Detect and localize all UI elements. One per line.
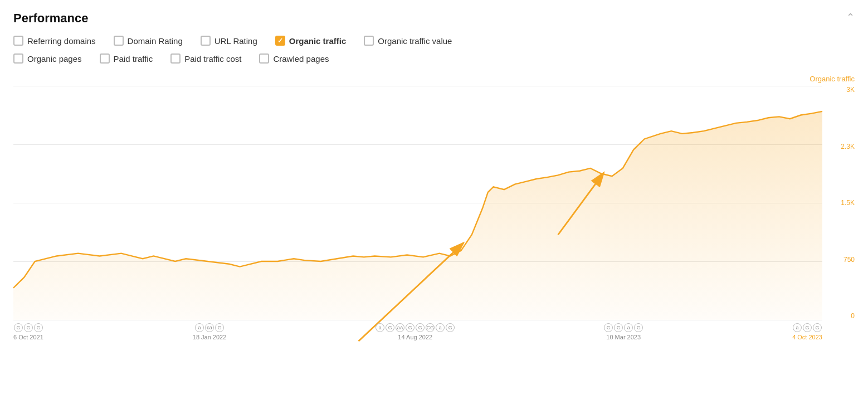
cg-icon: CG — [426, 323, 435, 332]
checkbox-label-organic_pages: Organic pages — [27, 54, 82, 64]
checkbox-box-organic_pages — [13, 53, 23, 64]
checkbox-box-domain_rating — [114, 36, 124, 46]
checkbox-box-paid_traffic_cost — [170, 53, 181, 64]
g-icon: G — [215, 323, 224, 332]
ca-icon: ca — [205, 323, 214, 332]
g-icon: G — [803, 323, 812, 332]
checkbox-box-referring_domains — [13, 36, 23, 46]
collapse-icon[interactable]: ⌃ — [846, 11, 855, 23]
y-label: 1.5K — [841, 199, 855, 207]
checkbox-domain_rating[interactable]: Domain Rating — [114, 36, 183, 46]
checkbox-label-url_rating: URL Rating — [214, 36, 257, 46]
g-icon: G — [24, 323, 33, 332]
x-label-group: G G a G 10 Mar 2023 — [604, 323, 643, 340]
x-icons-row: G G a G — [604, 323, 643, 332]
chart-area: Organic traffic 3K2.3K1.5K7500 — [13, 75, 855, 348]
checkbox-box-url_rating — [201, 36, 211, 46]
checkbox-label-domain_rating: Domain Rating — [128, 36, 183, 46]
g-icon: G — [813, 323, 822, 332]
x-label-group: a ca G 18 Jan 2022 — [193, 323, 227, 340]
checkbox-label-referring_domains: Referring domains — [27, 36, 96, 46]
g-icon: G — [386, 323, 394, 332]
y-label: 750 — [843, 256, 855, 264]
filter-checkboxes-row2: Organic pagesPaid trafficPaid traffic co… — [13, 53, 855, 69]
chart-y-axis-label: Organic traffic — [810, 75, 855, 83]
x-label-group: a G G 4 Oct 2023 — [792, 323, 822, 340]
g-icon: G — [34, 323, 43, 332]
a-icon: a — [376, 323, 384, 332]
checkbox-label-paid_traffic_cost: Paid traffic cost — [184, 54, 241, 64]
checkbox-label-paid_traffic: Paid traffic — [114, 54, 153, 64]
x-date: 14 Aug 2022 — [398, 334, 432, 340]
aa-icon: aA — [396, 323, 404, 332]
checkbox-label-organic_traffic: Organic traffic — [289, 36, 347, 46]
g-icon: G — [614, 323, 623, 332]
checkbox-box-organic_traffic_value — [364, 36, 374, 46]
g-icon: G — [14, 323, 23, 332]
a-icon: a — [793, 323, 802, 332]
checkbox-organic_traffic[interactable]: Organic traffic — [275, 36, 347, 46]
a-icon: a — [624, 323, 633, 332]
x-label-group: a G aA G G CG a G 14 Aug 2022 — [376, 323, 455, 340]
y-label: 2.3K — [841, 143, 855, 150]
checkbox-url_rating[interactable]: URL Rating — [201, 36, 257, 46]
g-icon: G — [406, 323, 415, 332]
x-date-last: 4 Oct 2023 — [792, 334, 822, 340]
x-icons-row: a ca G — [195, 323, 224, 332]
g-icon: G — [416, 323, 425, 332]
y-label: 0 — [851, 312, 855, 320]
a-icon: a — [436, 323, 445, 332]
checkbox-organic_pages[interactable]: Organic pages — [13, 53, 82, 64]
g-icon: G — [634, 323, 643, 332]
checkbox-box-crawled_pages — [259, 53, 269, 64]
performance-header: Performance ⌃ — [13, 11, 855, 26]
chart-area-fill — [13, 111, 822, 320]
chart-container — [13, 86, 822, 320]
checkbox-label-organic_traffic_value: Organic traffic value — [378, 36, 452, 46]
x-date: 18 Jan 2022 — [193, 334, 227, 340]
a-icon: a — [195, 323, 204, 332]
g-icon: G — [604, 323, 613, 332]
x-icons-row: a G aA G G CG a G — [376, 323, 455, 332]
y-axis: 3K2.3K1.5K7500 — [827, 86, 855, 320]
checkbox-label-crawled_pages: Crawled pages — [273, 54, 329, 64]
checkbox-paid_traffic[interactable]: Paid traffic — [100, 53, 153, 64]
chart-svg — [13, 86, 822, 320]
x-label-group: G G G 6 Oct 2021 — [13, 323, 43, 340]
page-title: Performance — [13, 11, 89, 26]
checkbox-box-organic_traffic — [275, 36, 285, 46]
g-icon: G — [446, 323, 455, 332]
x-axis-labels: G G G 6 Oct 2021 a ca G 18 Jan 2022 a G … — [13, 320, 822, 348]
checkbox-box-paid_traffic — [100, 53, 110, 64]
x-date: 10 Mar 2023 — [606, 334, 641, 340]
checkbox-organic_traffic_value[interactable]: Organic traffic value — [364, 36, 452, 46]
checkbox-referring_domains[interactable]: Referring domains — [13, 36, 96, 46]
filter-checkboxes-row1: Referring domainsDomain RatingURL Rating… — [13, 36, 855, 51]
x-date: 6 Oct 2021 — [13, 334, 43, 340]
x-icons-row: G G G — [14, 323, 43, 332]
checkbox-crawled_pages[interactable]: Crawled pages — [259, 53, 329, 64]
checkbox-paid_traffic_cost[interactable]: Paid traffic cost — [170, 53, 241, 64]
y-label: 3K — [846, 86, 855, 94]
x-icons-row: a G G — [793, 323, 822, 332]
